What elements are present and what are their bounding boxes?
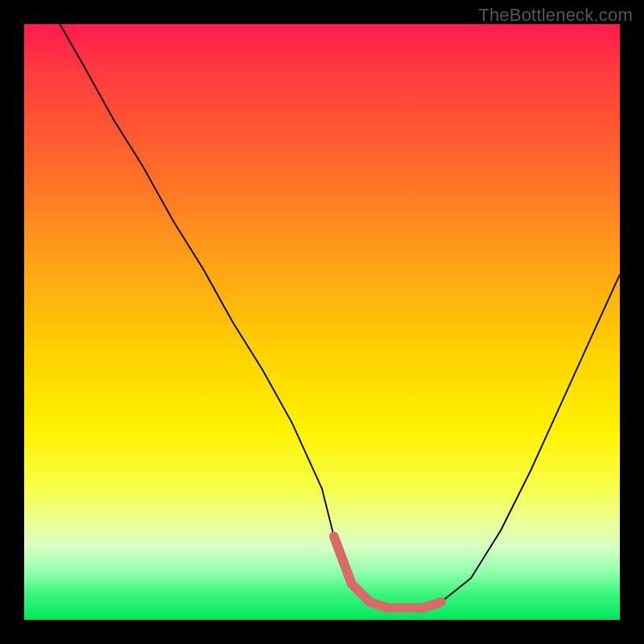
watermark-text: TheBottleneck.com bbox=[478, 5, 633, 26]
chart-svg bbox=[24, 24, 620, 620]
chart-frame: TheBottleneck.com bbox=[0, 0, 644, 644]
chart-area bbox=[24, 24, 620, 620]
curve-line bbox=[60, 24, 620, 608]
highlight-line bbox=[334, 536, 441, 608]
